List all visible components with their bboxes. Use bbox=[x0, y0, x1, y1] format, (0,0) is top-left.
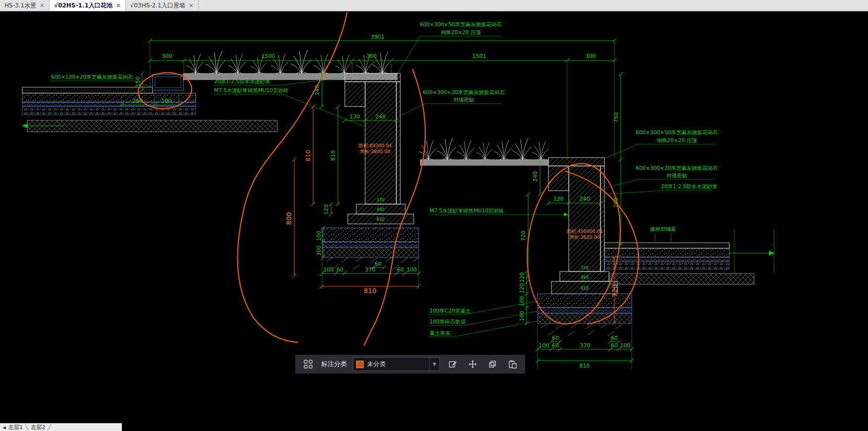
label-text: 对缝密贴 bbox=[666, 172, 688, 178]
label-text: M7.5水泥砂浆砌筑MU10页岩砖 bbox=[430, 208, 504, 214]
move-icon[interactable] bbox=[466, 357, 480, 371]
planting-strip-lower[interactable] bbox=[419, 138, 548, 165]
dim-text: 490 bbox=[581, 275, 589, 280]
label-text: M7.5水泥砂浆砌筑MU10页岩砖 bbox=[214, 87, 288, 93]
label-text: 对缝密贴 bbox=[453, 97, 475, 103]
dim-text: 750 bbox=[613, 112, 619, 123]
perimeter-text: 周长:3620.00 bbox=[569, 234, 600, 240]
curb-stone[interactable] bbox=[153, 74, 183, 90]
dim-text: 100 bbox=[162, 98, 172, 104]
label-text: 20厚1:2.5防水水泥砂浆 bbox=[661, 183, 717, 189]
dim-text: 120 bbox=[519, 283, 525, 294]
cad-annotation-app: HS-3.1水景 × √02HS-1.1入口花池 × √03HS-2.1入口景墙… bbox=[0, 0, 868, 431]
dim-text: 300 bbox=[367, 53, 377, 59]
dim-text: 130 bbox=[350, 113, 360, 120]
label-text: 600×300×20厚芝麻灰烧面花岗石 bbox=[636, 165, 718, 171]
dim-text: 100 bbox=[324, 267, 334, 273]
copy-icon[interactable] bbox=[486, 357, 499, 371]
dim-text: 490 bbox=[377, 207, 384, 212]
dim-text: 300 bbox=[316, 246, 322, 256]
dim-text: 370 bbox=[580, 342, 591, 349]
chevron-down-icon[interactable]: ▼ bbox=[429, 358, 439, 371]
label-text: 接相邻铺装 bbox=[650, 226, 676, 232]
sheet-tab-2[interactable]: 左层2 bbox=[31, 424, 46, 431]
dim-text: 60 bbox=[552, 342, 559, 349]
dim-text: 60 bbox=[375, 261, 381, 267]
dim-text: 810 bbox=[330, 151, 336, 161]
label-text: 600×100×20厚芝麻灰烧面花岗石 bbox=[51, 74, 133, 80]
dim-text: 100 bbox=[407, 267, 417, 273]
dim-text: 60 bbox=[611, 342, 618, 349]
dim-text: 610 bbox=[581, 286, 589, 291]
tab-label: √02HS-1.1入口花池 bbox=[54, 1, 112, 10]
dim-text: 240 bbox=[580, 196, 590, 202]
dim-text: 610 bbox=[377, 217, 384, 222]
dim-text: 720 bbox=[520, 231, 527, 241]
center-wall-section[interactable] bbox=[322, 73, 419, 269]
dim-text: 300 bbox=[162, 53, 172, 59]
sheet-separator: ╱ bbox=[48, 424, 52, 431]
area-text: 面积:456000.01 bbox=[566, 228, 603, 234]
dim-text-orange: 800 bbox=[285, 212, 293, 225]
document-tab-bar: HS-3.1水景 × √02HS-1.1入口花池 × √03HS-2.1入口景墙… bbox=[0, 0, 868, 11]
label-text: 600×300×50厚芝麻灰烧面花岗石 bbox=[636, 129, 718, 135]
dim-text: 130 bbox=[553, 196, 564, 202]
label-text: 素土夯实 bbox=[430, 330, 451, 336]
dim-text: 60 bbox=[611, 335, 618, 341]
tab-hs3-1[interactable]: HS-3.1水景 × bbox=[0, 0, 50, 11]
dim-text-orange: 810 bbox=[364, 287, 377, 295]
perimeter-text: 周长:3800.00 bbox=[360, 149, 390, 154]
dim-text: 370 bbox=[365, 267, 376, 273]
tab-label: HS-3.1水景 bbox=[4, 1, 36, 10]
label-text: 倒角20×20 压顶 bbox=[657, 137, 697, 143]
close-icon[interactable]: × bbox=[189, 2, 194, 8]
close-icon[interactable]: × bbox=[116, 2, 121, 8]
category-color-swatch bbox=[356, 361, 364, 368]
label-text: 倒角20×20 压顶 bbox=[441, 29, 481, 35]
dim-text: 370 bbox=[377, 198, 384, 203]
dim-text: 120 bbox=[519, 272, 525, 283]
dim-text-orange: 810 bbox=[305, 150, 312, 162]
sheet-tab-1[interactable]: 左层1 bbox=[8, 424, 23, 431]
dim-text: 3901 bbox=[371, 34, 384, 40]
left-pavement-section[interactable] bbox=[22, 87, 277, 132]
sheet-separator: ╲ bbox=[25, 424, 29, 431]
label-text: 100厚碎石垫层 bbox=[430, 319, 466, 324]
dim-text: 810 bbox=[580, 363, 590, 369]
dim-text: 1500 bbox=[261, 53, 275, 59]
tab-02hs-1-1[interactable]: √02HS-1.1入口花池 × bbox=[50, 0, 126, 11]
dim-text: 240 bbox=[532, 171, 539, 182]
area-text: 面积:89300.04 bbox=[358, 143, 392, 148]
dim-text: 60 bbox=[552, 335, 559, 341]
dim-text: 1501 bbox=[472, 53, 486, 59]
dim-text: 100 bbox=[519, 296, 525, 307]
label-text: 100厚C20混凝土 bbox=[430, 308, 471, 314]
dim-text: 100 bbox=[316, 231, 322, 241]
label-text: 600×300×50厚芝麻灰烧面花岗石 bbox=[420, 21, 502, 27]
category-dropdown-value: 未分类 bbox=[367, 360, 426, 369]
annotation-toolbar: 标注分类 未分类 ▼ bbox=[295, 355, 525, 374]
left-arrow-icon bbox=[22, 123, 28, 128]
grid-icon[interactable] bbox=[301, 357, 315, 371]
label-text: 20厚1:2.5防水水泥砂浆 bbox=[214, 78, 271, 84]
dim-text: 100 bbox=[519, 311, 525, 322]
dim-text: 300 bbox=[586, 53, 596, 59]
sheet-tab-bar: ◀ 左层1 ╲ 左层2 ╱ bbox=[0, 423, 122, 431]
dim-text: 60 bbox=[336, 267, 343, 273]
dim-text-orange: 720 bbox=[611, 284, 619, 297]
dim-text: 60 bbox=[397, 267, 404, 273]
close-icon[interactable]: × bbox=[40, 2, 45, 8]
category-dropdown[interactable]: 未分类 ▼ bbox=[353, 357, 440, 371]
sheet-back-icon[interactable]: ◀ bbox=[2, 425, 6, 430]
dim-text: 370 bbox=[581, 266, 589, 270]
dim-text: 100 bbox=[620, 342, 631, 349]
paste-icon[interactable] bbox=[505, 357, 519, 371]
label-text: 600×300×20厚芝麻灰烧面花岗石 bbox=[423, 89, 505, 95]
tab-label: √03HS-2.1入口景墙 bbox=[130, 1, 185, 10]
dim-text: 240 bbox=[376, 113, 386, 120]
right-pavement-section[interactable] bbox=[604, 229, 775, 284]
tab-03hs-2-1[interactable]: √03HS-2.1入口景墙 × bbox=[126, 0, 199, 11]
category-label: 标注分类 bbox=[321, 360, 347, 369]
edit-icon[interactable] bbox=[446, 357, 460, 371]
dim-text: 100 bbox=[539, 342, 549, 349]
